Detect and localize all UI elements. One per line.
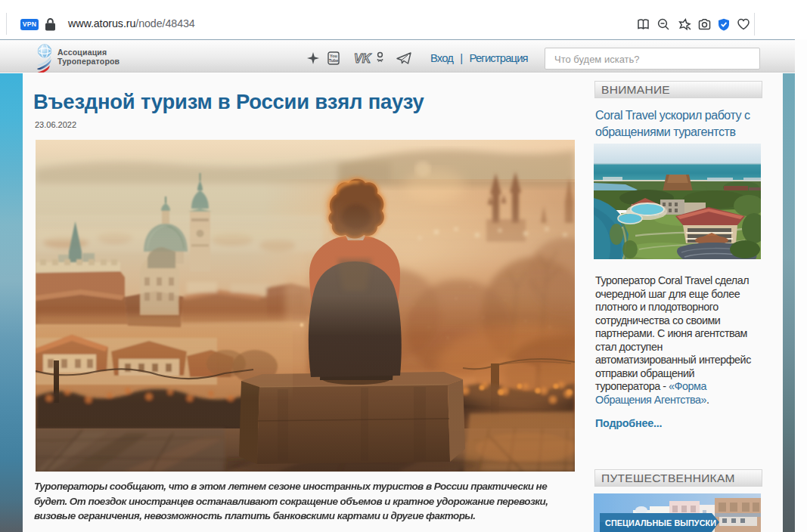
- svg-text:VK: VK: [354, 52, 372, 65]
- svg-text:Tube: Tube: [329, 58, 338, 63]
- svg-text:СПЕЦИАЛЬНЫЕ ВЫПУСКИ: СПЕЦИАЛЬНЫЕ ВЫПУСКИ: [605, 518, 716, 527]
